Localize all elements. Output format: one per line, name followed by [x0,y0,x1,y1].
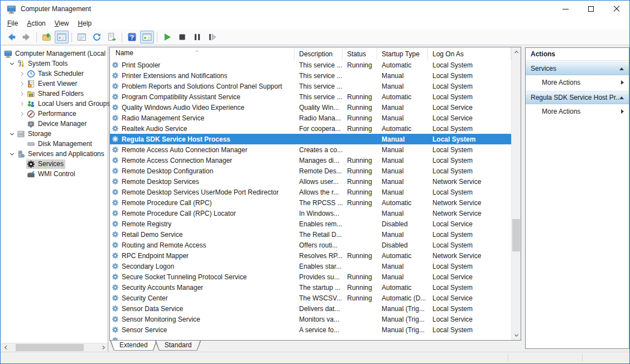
menu-file[interactable]: File [3,18,22,28]
expander-icon[interactable] [18,160,26,168]
expander-icon[interactable] [18,100,26,108]
Secondary Logon[interactable]: Secondary Logon Enables star... Manual L… [110,261,511,271]
Remote Access Auto Connection Manager[interactable]: Remote Access Auto Connection Manager Cr… [110,144,511,155]
close-button[interactable] [604,1,629,17]
pause-service-button[interactable] [190,31,204,43]
list-scrollbar-thumb[interactable] [512,219,520,251]
Retail Demo Service[interactable]: Retail Demo Service The Retail D... Manu… [110,229,511,240]
scroll-left-icon[interactable] [1,343,10,352]
tree-item[interactable]: System Tools [1,59,108,69]
Remote Desktop Configuration[interactable]: Remote Desktop Configuration Remote Des.… [110,166,511,176]
tree-item[interactable]: Computer Management (Local [1,48,108,59]
tree-item[interactable]: Event Viewer [1,79,108,89]
column-header-description[interactable]: Description [295,47,343,60]
Remote Access Connection Manager[interactable]: Remote Access Connection Manager Manages… [110,155,511,166]
Remote Procedure Call (RPC)[interactable]: Remote Procedure Call (RPC) The RPCSS ..… [110,197,511,208]
list-vertical-scrollbar[interactable] [511,47,521,340]
column-header-log-on-as[interactable]: Log On As [428,47,511,60]
restart-service-button[interactable] [205,31,219,43]
Radio Management Service[interactable]: Radio Management Service Radio Mana... R… [110,113,511,123]
expander-icon[interactable] [18,140,26,148]
Realtek Audio Service[interactable]: Realtek Audio Service For coopera... Run… [110,123,511,134]
Security Accounts Manager[interactable]: Security Accounts Manager The startup ..… [110,282,511,293]
more-actions-services[interactable]: More Actions [526,75,629,90]
scroll-right-icon[interactable] [99,343,108,352]
expander-icon[interactable] [18,110,26,118]
Remote Registry[interactable]: Remote Registry Enables rem... Disabled … [110,219,511,229]
help-button[interactable] [125,31,139,43]
tree-item[interactable]: Services and Applications [1,149,108,159]
column-header-startup-type[interactable]: Startup Type [377,47,428,60]
refresh-button[interactable] [90,31,104,43]
Regula SDK Service Host Process[interactable]: Regula SDK Service Host Process Manual L… [110,134,511,144]
Security Center[interactable]: Security Center The WSCSV... Running Aut… [110,293,511,303]
menu-action[interactable]: Action [22,18,50,28]
view-tab[interactable]: Extended [110,341,157,351]
tree-item[interactable]: Disk Management [1,139,108,149]
column-header-status[interactable]: Status [343,47,377,60]
Remote Desktop Services[interactable]: Remote Desktop Services Allows user... R… [110,176,511,187]
Sensor Monitoring Service[interactable]: Sensor Monitoring Service Monitors va...… [110,314,511,324]
menu-help[interactable]: Help [74,18,97,28]
toolbar-button[interactable] [157,32,157,42]
expander-icon[interactable] [18,120,26,128]
stop-icon [177,32,187,42]
Remote Procedure Call (RPC) Locator[interactable]: Remote Procedure Call (RPC) Locator In W… [110,208,511,219]
Printer Extensions and Notifications[interactable]: Printer Extensions and Notifications Thi… [110,70,511,81]
Problem Reports and Solutions Control Panel Support[interactable]: Problem Reports and Solutions Control Pa… [110,81,511,91]
RPC Endpoint Mapper[interactable]: RPC Endpoint Mapper Resolves RP... Runni… [110,250,511,261]
expander-icon[interactable] [8,60,16,68]
expander-icon[interactable] [8,130,16,138]
tree-item[interactable]: WMI Control [1,169,108,179]
expander-icon[interactable] [8,150,16,158]
Routing and Remote Access[interactable]: Routing and Remote Access Offers routi..… [110,240,511,250]
Program Compatibility Assistant Service[interactable]: Program Compatibility Assistant Service … [110,91,511,102]
Secure Socket Tunneling Protocol Service[interactable]: Secure Socket Tunneling Protocol Service… [110,271,511,282]
Sensor Service[interactable]: Sensor Service A service fo... Manual (T… [110,324,511,335]
Sensor Data Service[interactable]: Sensor Data Service Delivers dat... Manu… [110,303,511,314]
actions-group-header-regula[interactable]: Regula SDK Service Host Pr... [526,91,629,104]
expander-icon[interactable] [18,90,26,98]
tree-horizontal-scrollbar[interactable] [1,343,108,352]
stop-service-button[interactable] [175,31,189,43]
wmi-icon [27,170,35,178]
show-console-tree-button[interactable] [55,31,69,43]
tree-item[interactable]: Performance [1,109,108,119]
tree-item[interactable]: Task Scheduler [1,69,108,79]
up-one-level-button[interactable] [40,31,54,43]
tree-item[interactable]: Services [1,159,108,169]
show-action-pane-button[interactable] [140,31,154,43]
minimize-button[interactable] [552,1,578,17]
column-header-name[interactable]: Name [110,47,295,60]
actions-group-header-services[interactable]: Services [526,62,629,75]
tree-item[interactable]: Local Users and Groups [1,99,108,109]
toolbar-button[interactable] [122,32,122,42]
view-tab[interactable]: Standard [155,341,201,351]
scroll-up-icon[interactable] [512,47,521,57]
tree-scrollbar-thumb[interactable] [16,344,84,351]
expander-icon[interactable] [18,170,26,178]
actions-group-regula: Regula SDK Service Host Pr... More Actio… [526,91,629,119]
expander-icon[interactable] [18,70,26,78]
start-service-button[interactable] [160,31,174,43]
expander-icon[interactable] [18,80,26,88]
Quality Windows Audio Video Experience[interactable]: Quality Windows Audio Video Experience Q… [110,102,511,113]
toolbar-button[interactable] [71,32,72,42]
properties-button[interactable] [75,31,89,43]
maximize-button[interactable] [578,1,604,17]
scroll-down-icon[interactable] [512,331,521,340]
more-actions-regula[interactable]: More Actions [526,104,629,119]
tree-item[interactable]: Device Manager [1,119,108,129]
tree-item[interactable]: Storage [1,129,108,139]
gear-icon [112,284,119,291]
tree-item[interactable]: Shared Folders [1,89,108,99]
toolbar-button[interactable] [36,32,37,42]
menu-view[interactable]: View [50,18,74,28]
export-list-button[interactable] [105,31,119,43]
forward-button[interactable] [20,31,33,43]
back-button[interactable] [4,31,18,43]
Remote Desktop Services UserMode Port Redirector[interactable]: Remote Desktop Services UserMode Port Re… [110,187,511,197]
gear-icon [112,93,119,100]
service-row[interactable] [110,335,511,340]
Print Spooler[interactable]: Print Spooler This service ... Running A… [110,60,511,70]
